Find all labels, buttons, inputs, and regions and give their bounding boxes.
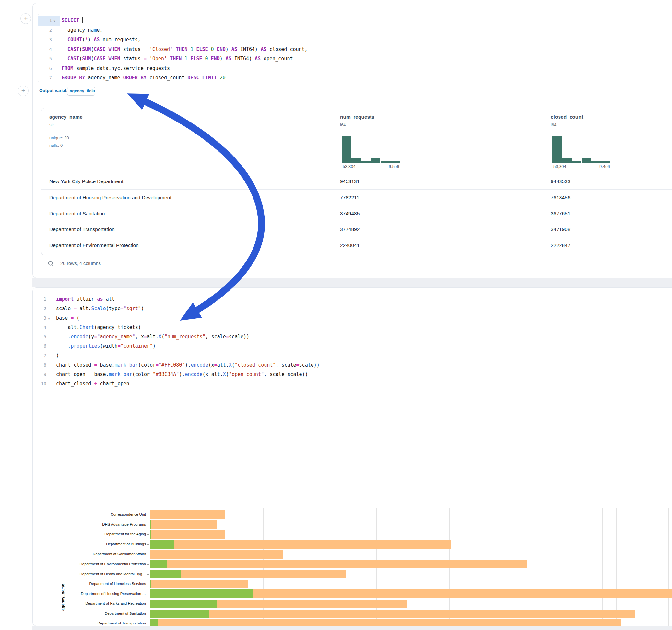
sql-editor[interactable]: 1∨SELECT 2 agency_name,3 COUNT(*) AS num… (38, 13, 672, 83)
y-axis-tick (147, 525, 149, 525)
gridline (668, 508, 669, 630)
add-cell-button-output[interactable]: + (18, 86, 28, 96)
code-line[interactable]: 2 agency_name, (38, 26, 672, 35)
y-axis-label: Department of Consumer Affairs (93, 552, 146, 556)
histogram-max-label: 9.5e6 (389, 164, 399, 169)
output-variable-badge[interactable]: agency_tickets (67, 87, 95, 96)
closed-count-bar (150, 550, 283, 559)
python-notebook-cell: 1import altair as alt2scale = alt.Scale(… (32, 287, 672, 626)
histogram-min-label: 53,304 (343, 164, 356, 169)
code-text: .encode(y="agency_name", x=alt.X("num_re… (56, 332, 249, 342)
code-text: chart_closed + chart_open (56, 379, 129, 389)
line-number: 10 (33, 379, 46, 389)
bottom-page-band (32, 626, 672, 630)
y-axis-label: Department of Housing Preservation … (81, 592, 146, 596)
column-name: agency_name (49, 114, 83, 120)
code-line[interactable]: 7) (33, 351, 672, 361)
closed-count-bar (150, 540, 451, 549)
line-number: 4 (33, 323, 46, 333)
text-cursor (82, 18, 83, 23)
table-cell: New York City Police Department (49, 173, 123, 189)
histogram-bar (552, 137, 562, 163)
fold-chevron-icon[interactable]: ∨ (53, 16, 55, 26)
line-number: 3 (33, 313, 46, 323)
open-count-bar (150, 520, 151, 529)
table-row[interactable]: New York City Police Department945313194… (42, 173, 672, 189)
line-number: 8 (33, 360, 46, 370)
y-axis-tick (147, 584, 149, 584)
y-axis-label: Department for the Aging (104, 532, 146, 536)
code-line[interactable]: 3∨base = ( (33, 313, 672, 323)
closed-count-bar (150, 580, 248, 588)
y-axis-tick (147, 534, 149, 535)
table-cell: 9453131 (340, 173, 360, 189)
open-count-bar (150, 580, 151, 588)
y-axis-tick (147, 515, 149, 515)
cell-gap (32, 278, 672, 287)
line-number: 2 (33, 304, 46, 314)
column-type: i64 (340, 122, 345, 127)
column-name: num_requests (340, 114, 375, 120)
line-number: 4 (38, 45, 52, 54)
code-line[interactable]: 1∨SELECT (38, 16, 672, 26)
sql-notebook-cell: 1∨SELECT 2 agency_name,3 COUNT(*) AS num… (32, 3, 672, 278)
code-line[interactable]: 8chart_closed = base.mark_bar(color="#FF… (33, 360, 672, 370)
table-cell: 3749485 (340, 205, 360, 221)
column-name: closed_count (551, 114, 583, 120)
y-axis-tick (147, 604, 149, 604)
code-line[interactable]: 6FROM sample_data.nyc.service_requests (38, 64, 672, 74)
line-number: 5 (33, 332, 46, 342)
code-text: import altair as alt (56, 295, 115, 304)
y-axis-label: DHS Advantage Programs (102, 523, 146, 526)
table-cell: 7782211 (340, 190, 359, 205)
y-axis-tick (147, 554, 149, 555)
closed-count-bar (150, 560, 527, 569)
code-line[interactable]: 4 alt.Chart(agency_tickets) (33, 323, 672, 333)
code-line[interactable]: 5 CAST(SUM(CASE WHEN status = 'Open' THE… (38, 54, 672, 64)
y-axis-label: Department of Environmental Protection (79, 562, 146, 566)
code-line[interactable]: 9chart_open = base.mark_bar(color="#8BC3… (33, 370, 672, 380)
table-cell: Department of Housing Preservation and D… (49, 190, 171, 205)
column-stat: nulls: 0 (49, 143, 63, 148)
closed-count-bar (150, 530, 225, 539)
code-line[interactable]: 7GROUP BY agency_name ORDER BY closed_co… (38, 73, 672, 83)
code-text: GROUP BY agency_name ORDER BY closed_cou… (62, 73, 225, 83)
column-type: str (49, 122, 54, 127)
table-row[interactable]: Department of Sanitation37494853677651 (42, 205, 672, 221)
line-number: 5 (38, 54, 52, 64)
code-line[interactable]: 3 COUNT(*) AS num_requests, (38, 35, 672, 45)
line-number: 9 (33, 370, 46, 380)
y-axis-tick (147, 564, 149, 564)
code-line[interactable]: 10chart_closed + chart_open (33, 379, 672, 389)
fold-chevron-icon[interactable]: ∨ (48, 314, 50, 323)
y-axis-tick (147, 624, 149, 624)
line-number: 1 (33, 295, 46, 304)
code-line[interactable]: 5 .encode(y="agency_name", x=alt.X("num_… (33, 332, 672, 342)
y-axis-label: Department of Health and Mental Hyg… (79, 572, 146, 576)
table-row[interactable]: Department of Transportation377489234719… (42, 221, 672, 237)
table-row[interactable]: Department of Environmental Protection22… (42, 237, 672, 253)
table-row[interactable]: Department of Housing Preservation and D… (42, 189, 672, 205)
code-text: ) (56, 351, 59, 361)
table-cell: 3471908 (551, 221, 570, 237)
histogram-bar (381, 161, 390, 163)
open-count-bar (150, 560, 167, 569)
code-text: scale = alt.Scale(type="sqrt") (56, 304, 144, 314)
line-number: 7 (33, 351, 46, 361)
histogram-bar (601, 161, 610, 163)
histogram-bar (591, 161, 601, 163)
histogram-max-label: 9.4e6 (599, 164, 610, 169)
code-text: .properties(width="container") (56, 342, 155, 351)
closed-count-bar (150, 510, 225, 519)
closed-count-bar (150, 610, 635, 618)
code-line[interactable]: 4 CAST(SUM(CASE WHEN status = 'Closed' T… (38, 45, 672, 54)
table-cell: 2222847 (551, 237, 570, 253)
search-icon[interactable] (48, 261, 54, 267)
histogram-bar (361, 161, 370, 163)
code-line[interactable]: 2scale = alt.Scale(type="sqrt") (33, 304, 672, 314)
add-cell-button-top[interactable]: + (20, 13, 31, 24)
code-line[interactable]: 6 .properties(width="container") (33, 342, 672, 351)
code-text: CAST(SUM(CASE WHEN status = 'Open' THEN … (62, 54, 293, 64)
code-line[interactable]: 1import altair as alt (33, 295, 672, 304)
code-text: alt.Chart(agency_tickets) (56, 323, 141, 333)
